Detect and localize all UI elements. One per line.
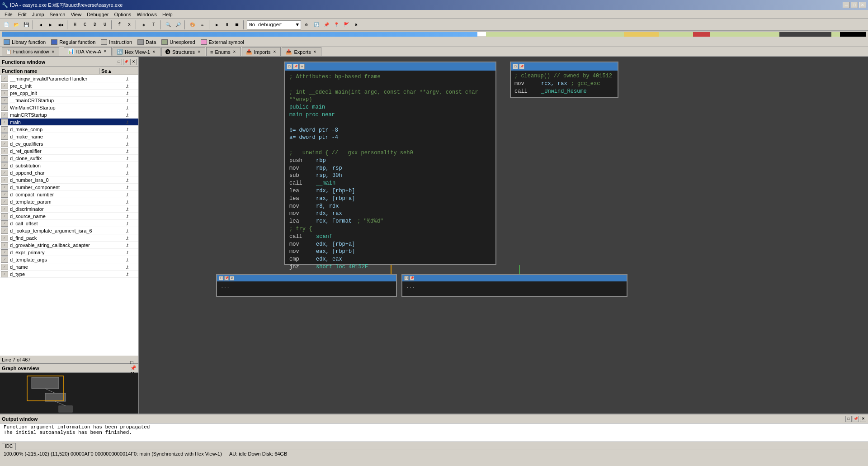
graph-pin-button[interactable]: 📌 [130, 365, 137, 371]
bl-icon-2[interactable]: 📌 [224, 276, 229, 281]
tab-enums-close[interactable]: ✕ [232, 50, 237, 54]
list-item[interactable]: /d_find_pack.t [0, 234, 138, 242]
bl-icon-3[interactable]: ✕ [230, 276, 234, 281]
toolbar-save[interactable]: 💾 [22, 20, 31, 29]
tab-imports[interactable]: 📥 Imports ✕ [242, 47, 281, 56]
list-item[interactable]: /d_compact_number.t [0, 191, 138, 198]
list-item[interactable]: /d_ref_qualifier.t [0, 147, 138, 155]
list-item[interactable]: /d_expr_primary.t [0, 249, 138, 256]
list-item[interactable]: /d_cv_qualifiers.t [0, 140, 138, 147]
window-controls[interactable]: ─ □ ✕ [843, 2, 866, 8]
output-close-button[interactable]: ✕ [860, 416, 866, 422]
toolbar-code[interactable]: C [80, 20, 90, 29]
output-tab-idc[interactable]: IDC [2, 443, 16, 450]
menu-help[interactable]: Help [160, 11, 175, 18]
tab-ida-view[interactable]: 📊 IDA View-A ✕ [64, 47, 111, 56]
menu-options[interactable]: Options [111, 11, 134, 18]
header-controls[interactable]: □ 📌 ✕ [116, 59, 137, 65]
list-item[interactable]: /__mingw_invalidParameterHandler.t [0, 75, 138, 82]
minimize-button[interactable]: ─ [843, 2, 850, 8]
list-item[interactable]: /d_number_isra_0.t [0, 176, 138, 184]
list-item[interactable]: /d_number_component.t [0, 184, 138, 191]
code-win-icon-2[interactable]: 📌 [293, 64, 298, 69]
output-float-button[interactable]: □ [845, 416, 852, 422]
list-item[interactable]: /d_name.t [0, 263, 138, 271]
bl-icon-1[interactable]: □ [219, 276, 223, 281]
list-item[interactable]: /d_source_name.t [0, 213, 138, 220]
menu-windows[interactable]: Windows [134, 11, 160, 18]
br-icon-1[interactable]: □ [404, 276, 409, 281]
functions-float-button[interactable]: □ [116, 59, 122, 65]
toolbar-back2[interactable]: ◀◀ [56, 20, 65, 29]
toolbar-func[interactable]: f [115, 20, 124, 29]
sec-win-icon-1[interactable]: □ [513, 64, 518, 69]
list-item[interactable]: /__tmainCRTStartup.t [0, 97, 138, 104]
menu-debugger[interactable]: Debugger [84, 11, 111, 18]
list-item[interactable]: /d_lookup_template_argument_isra_6.t [0, 227, 138, 234]
toolbar-patch[interactable]: ✏ [198, 20, 207, 29]
tab-imports-close[interactable]: ✕ [272, 50, 277, 54]
func-list[interactable]: /__mingw_invalidParameterHandler.t/pre_c… [0, 75, 138, 356]
toolbar-open[interactable]: 📂 [12, 20, 21, 29]
toolbar-fwd[interactable]: ▶ [46, 20, 55, 29]
toolbar-search[interactable]: 🔍 [164, 20, 173, 29]
menu-view[interactable]: View [68, 11, 84, 18]
close-button[interactable]: ✕ [859, 2, 866, 8]
toolbar-stop[interactable]: ⏹ [232, 20, 241, 29]
tab-hex-view[interactable]: 🔣 Hex View-1 ✕ [113, 47, 160, 56]
toolbar-new[interactable]: 📄 [2, 20, 11, 29]
tab-struct-close[interactable]: ✕ [197, 50, 201, 54]
toolbar-text[interactable]: T [149, 20, 158, 29]
toolbar-search2[interactable]: 🔎 [174, 20, 183, 29]
list-item[interactable]: /d_clone_suffix.t [0, 155, 138, 162]
functions-dock-button[interactable]: 📌 [123, 59, 129, 65]
list-item[interactable]: /d_type.t [0, 271, 138, 278]
menu-edit[interactable]: Edit [15, 11, 29, 18]
list-item[interactable]: /WinMainCRTStartup.t [0, 104, 138, 111]
toolbar-hex[interactable]: H [71, 20, 80, 29]
sec-win-icon-2[interactable]: 📌 [519, 64, 524, 69]
toolbar-xref[interactable]: x [125, 20, 134, 29]
list-item[interactable]: /d_call_offset.t [0, 220, 138, 227]
toolbar-undef[interactable]: U [100, 20, 109, 29]
br-win-icons[interactable]: □ 📌 [404, 276, 414, 281]
list-item[interactable]: /d_template_args.t [0, 256, 138, 263]
list-item[interactable]: /d_grovable_string_callback_adapter.t [0, 242, 138, 249]
list-item[interactable]: /d_append_char.t [0, 169, 138, 176]
menu-file[interactable]: File [2, 11, 15, 18]
toolbar-cancel[interactable]: ✖ [352, 20, 361, 29]
tab-exports-close[interactable]: ✕ [313, 50, 317, 54]
list-item[interactable]: /mainCRTStartup.t [0, 111, 138, 119]
menu-search[interactable]: Search [47, 11, 68, 18]
sec-win-icons[interactable]: □ 📌 [513, 64, 524, 69]
output-pin-button[interactable]: 📌 [853, 416, 859, 422]
code-win-icon-3[interactable]: ✕ [299, 64, 305, 69]
tab-hex-close[interactable]: ✕ [152, 50, 156, 54]
tab-functions-close[interactable]: ✕ [51, 50, 55, 54]
toolbar-dbg1[interactable]: ⚙ [302, 20, 311, 29]
br-icon-2[interactable]: 📌 [410, 276, 414, 281]
menu-jump[interactable]: Jump [29, 11, 47, 18]
code-win-icons[interactable]: □ 📌 ✕ [287, 64, 305, 69]
list-item[interactable]: /d_make_comp.t [0, 126, 138, 133]
main-content[interactable]: □ 📌 ✕ ; Attributes: bp-based frame ; int… [139, 57, 868, 414]
toolbar-back[interactable]: ◀ [36, 20, 45, 29]
toolbar-data[interactable]: D [90, 20, 99, 29]
code-win-icon-1[interactable]: □ [287, 64, 292, 69]
list-item[interactable]: /pre_c_init.t [0, 82, 138, 90]
output-controls[interactable]: □ 📌 ✕ [845, 416, 866, 422]
toolbar-color[interactable]: 🎨 [188, 20, 197, 29]
debugger-dropdown[interactable]: No debugger ▼ [247, 20, 301, 29]
graph-float-button[interactable]: □ [130, 360, 137, 365]
functions-close-button[interactable]: ✕ [130, 59, 137, 65]
tab-exports[interactable]: 📤 Exports ✕ [282, 47, 321, 56]
tab-functions[interactable]: 📋 Functions window ✕ [2, 47, 59, 56]
toolbar-dbg5[interactable]: 🚩 [342, 20, 351, 29]
tab-enums[interactable]: ≡ Enums ✕ [206, 47, 241, 56]
toolbar-dbg2[interactable]: 🔃 [312, 20, 321, 29]
tab-ida-close[interactable]: ✕ [103, 49, 108, 54]
list-item[interactable]: /d_make_name.t [0, 133, 138, 140]
toolbar-run[interactable]: ▶ [212, 20, 222, 29]
tab-structures[interactable]: 🅐 Structures ✕ [161, 47, 205, 56]
maximize-button[interactable]: □ [851, 2, 858, 8]
